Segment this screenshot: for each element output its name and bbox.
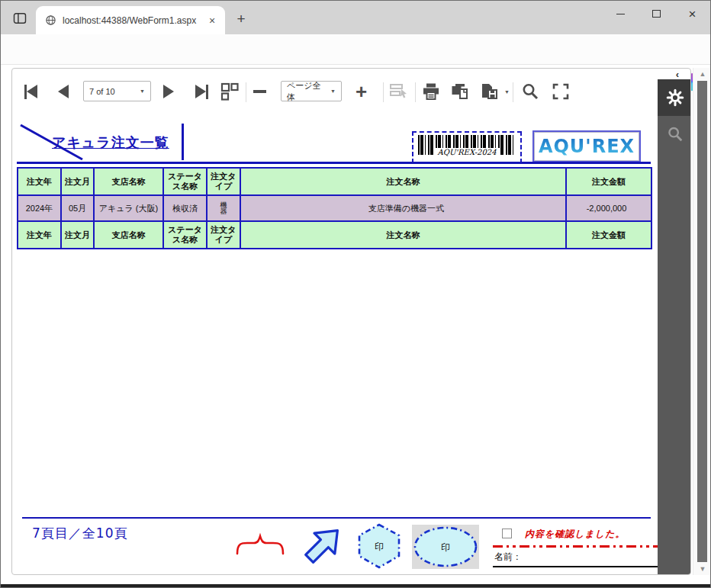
scrollbar-thumb[interactable] xyxy=(697,81,707,562)
prev-page-triangle xyxy=(58,85,69,98)
search-button[interactable] xyxy=(520,81,540,102)
export-button[interactable]: ▼ xyxy=(479,81,510,102)
cell-status-name: 検収済 xyxy=(163,195,207,221)
page-setup-icon xyxy=(450,82,471,101)
page-setup-button[interactable] xyxy=(450,81,471,102)
scroll-down-icon[interactable]: ▼ xyxy=(693,563,711,575)
toolbar-separator xyxy=(383,82,384,102)
search-icon xyxy=(666,125,684,143)
chevron-down-icon: ▼ xyxy=(330,88,336,94)
last-page-triangle xyxy=(195,85,206,98)
previous-page-button[interactable] xyxy=(58,81,69,102)
header-order-amount: 注文金額 xyxy=(566,168,651,195)
page-number-label: 7頁目／全10頁 xyxy=(32,525,127,542)
barcode-label-text: AQU'REX-2024 xyxy=(434,148,499,156)
header-order-year: 注文年 xyxy=(18,168,61,195)
header-order-month: 注文月 xyxy=(61,168,94,195)
barcode: AQU'REX-2024 xyxy=(412,131,522,163)
cell-order-amount: -2,000,000 xyxy=(566,195,651,221)
zoom-mode-value: ページ全体 xyxy=(287,80,326,103)
cell-order-month: 05月 xyxy=(61,195,94,221)
workspaces-icon[interactable] xyxy=(10,8,30,28)
report-title: アキュラ注文一覧 xyxy=(52,133,169,152)
new-tab-button[interactable]: + xyxy=(231,9,251,29)
maximize-button[interactable] xyxy=(639,1,674,27)
viewer-side-panel xyxy=(658,79,691,575)
close-icon: × xyxy=(689,8,697,21)
maximize-icon xyxy=(652,10,661,18)
cell-order-year: 2024年 xyxy=(18,195,61,221)
header-order-amount: 注文金額 xyxy=(566,221,651,249)
window-bottom-edge xyxy=(1,584,710,587)
titlebar: localhost:44388/WebForm1.aspx × + × xyxy=(1,1,710,34)
red-dashdot-line xyxy=(493,545,662,548)
print-button[interactable] xyxy=(421,81,441,102)
table-data-row: 2024年 05月 アキュラ (大阪) 検収済 機器 支店準備の機器一式 -2,… xyxy=(18,195,651,221)
page-selector-dropdown[interactable]: 7 of 10 ▼ xyxy=(83,81,151,101)
header-order-year: 注文年 xyxy=(18,221,61,249)
select-tool-button-disabled xyxy=(389,81,410,102)
tab-close-icon[interactable]: × xyxy=(205,14,219,27)
report-title-divider xyxy=(182,124,184,160)
hexagon-stamp: 印 xyxy=(356,522,403,570)
vertical-scrollbar[interactable]: ▲ ▼ xyxy=(693,68,711,575)
next-page-button[interactable] xyxy=(163,81,174,102)
confirm-checkbox xyxy=(502,529,512,538)
logo-text: AQU'REX xyxy=(539,136,635,157)
print-icon xyxy=(421,82,441,101)
select-tool-icon xyxy=(389,82,410,101)
page-selector-value: 7 of 10 xyxy=(89,87,115,96)
settings-panel-button[interactable] xyxy=(658,79,691,116)
company-logo: AQU'REX xyxy=(532,130,641,162)
toolbar-separator xyxy=(513,82,513,102)
header-order-month: 注文月 xyxy=(61,221,94,249)
orders-table: 注文年 注文月 支店名称 ステータス名称 注文タイプ 注文名称 注文金額 202… xyxy=(17,167,652,249)
first-page-button[interactable] xyxy=(24,81,37,102)
header-order-name: 注文名称 xyxy=(240,168,566,195)
browser-window: localhost:44388/WebForm1.aspx × + × ← ⌂ … xyxy=(0,0,711,588)
last-page-button[interactable] xyxy=(195,81,208,102)
globe-favicon-icon xyxy=(45,14,56,26)
header-order-name: 注文名称 xyxy=(240,221,566,249)
scroll-up-icon[interactable]: ▲ xyxy=(693,68,711,80)
browser-tab[interactable]: localhost:44388/WebForm1.aspx × xyxy=(36,6,225,34)
multipage-view-button[interactable] xyxy=(220,81,240,102)
minus-icon xyxy=(253,90,266,93)
first-page-triangle xyxy=(27,85,37,98)
header-order-type: 注文タイプ xyxy=(207,221,240,249)
header-order-type: 注文タイプ xyxy=(207,168,240,195)
blue-arrow-shape xyxy=(299,520,348,569)
search-panel-button[interactable] xyxy=(658,116,691,153)
header-branch-name: 支店名称 xyxy=(94,221,163,249)
minimize-icon xyxy=(616,14,625,14)
zoom-mode-dropdown[interactable]: ページ全体 ▼ xyxy=(281,81,342,101)
plus-icon: + xyxy=(356,82,367,101)
barcode-label: AQU'REX-2024 xyxy=(418,148,516,156)
close-window-button[interactable]: × xyxy=(674,1,710,27)
panel-collapse-chevron-icon[interactable]: ‹ xyxy=(670,69,685,79)
zoom-in-button[interactable]: + xyxy=(356,81,367,102)
red-brace-shape xyxy=(235,532,285,558)
tab-title: localhost:44388/WebForm1.aspx xyxy=(63,15,205,26)
report-viewer: 7 of 10 ▼ ページ全体 ▼ + ▼ xyxy=(11,68,691,575)
order-type-glyph: 機器 xyxy=(220,202,228,214)
multipage-icon xyxy=(220,82,240,101)
search-icon xyxy=(520,82,540,101)
export-save-icon xyxy=(479,82,500,101)
toolbar-separator xyxy=(246,82,246,102)
stamp-text: 印 xyxy=(356,541,403,554)
window-controls: × xyxy=(603,1,710,34)
table-footer-header-row: 注文年 注文月 支店名称 ステータス名称 注文タイプ 注文名称 注文金額 xyxy=(18,221,651,249)
header-status-name: ステータス名称 xyxy=(163,168,207,195)
fullscreen-icon xyxy=(551,82,571,101)
next-page-triangle xyxy=(163,85,174,98)
workspaces-icon-glyph xyxy=(12,11,27,26)
cell-branch-name: アキュラ (大阪) xyxy=(94,195,163,221)
minimize-button[interactable] xyxy=(603,1,639,27)
chevron-down-icon: ▼ xyxy=(504,89,510,95)
header-rule xyxy=(17,162,651,164)
footer-rule xyxy=(22,517,651,519)
last-page-bar xyxy=(206,85,208,99)
zoom-out-button[interactable] xyxy=(253,81,266,102)
fullscreen-button[interactable] xyxy=(551,81,571,102)
